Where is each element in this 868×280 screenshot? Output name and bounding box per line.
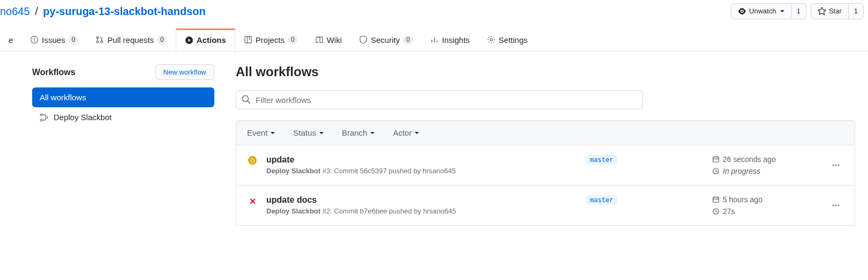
workflow-run-row[interactable]: update Deploy Slackbot #3: Commit 56c539… (236, 145, 855, 186)
issues-icon (30, 35, 39, 44)
tab-security-label: Security (371, 35, 400, 45)
svg-point-26 (835, 165, 837, 166)
search-icon (241, 94, 251, 104)
tab-issues[interactable]: Issues 0 (21, 28, 87, 51)
watch-count[interactable]: 1 (791, 3, 806, 19)
workflows-sidebar: Workflows New workflow All workflows Dep… (32, 64, 214, 226)
caret-down-icon (415, 132, 419, 134)
tab-insights-label: Insights (442, 35, 470, 45)
caret-down-icon (370, 132, 375, 134)
svg-line-19 (248, 101, 250, 104)
svg-rect-28 (713, 197, 719, 203)
run-duration: In progress (723, 167, 760, 175)
workflow-run-row[interactable]: ✕ update docs Deploy Slackbot #2: Commit… (236, 186, 855, 226)
calendar-icon (712, 196, 720, 203)
caret-down-icon (319, 132, 324, 134)
run-duration: 27s (723, 207, 735, 216)
workflow-icon (40, 113, 48, 122)
tab-actions-label: Actions (197, 35, 226, 45)
tab-wiki-label: Wiki (327, 35, 342, 45)
projects-icon (244, 35, 252, 44)
issues-count: 0 (69, 35, 79, 45)
tab-settings-label: Settings (499, 35, 528, 45)
repo-breadcrumb: no645 / py-suruga-13-slackbot-handson (0, 5, 206, 18)
sidebar-item-label: Deploy Slackbot (54, 113, 111, 122)
owner-link[interactable]: no645 (0, 5, 30, 17)
svg-point-0 (742, 11, 743, 12)
filter-workflows-input[interactable] (236, 90, 643, 109)
book-icon (315, 35, 324, 44)
sidebar-title: Workflows (32, 68, 76, 77)
svg-point-3 (34, 41, 35, 42)
repo-actions: Unwatch 1 Star 1 (731, 3, 868, 19)
svg-point-33 (833, 205, 834, 207)
repo-link[interactable]: py-suruga-13-slackbot-handson (43, 5, 205, 17)
svg-point-35 (838, 205, 840, 207)
star-count[interactable]: 1 (849, 3, 864, 19)
run-timestamp: 5 hours ago (723, 195, 762, 204)
tab-projects-label: Projects (256, 35, 285, 45)
tab-security[interactable]: Security 0 (350, 28, 422, 51)
filter-status[interactable]: Status (293, 128, 324, 137)
svg-point-15 (40, 114, 42, 116)
pulls-count: 0 (157, 35, 167, 45)
run-menu-button[interactable] (828, 161, 844, 170)
svg-point-14 (490, 39, 492, 41)
filter-workflows-wrapper (236, 90, 643, 109)
run-status-icon (247, 155, 258, 165)
svg-point-27 (838, 165, 840, 166)
svg-point-25 (833, 165, 834, 166)
runs-filter-row: Event Status Branch Actor (236, 121, 855, 145)
tab-pull-requests[interactable]: Pull requests 0 (87, 28, 175, 51)
new-workflow-button[interactable]: New workflow (155, 64, 214, 80)
svg-rect-20 (713, 157, 719, 163)
svg-point-4 (97, 36, 99, 39)
tab-code[interactable]: e (0, 28, 21, 51)
tab-projects[interactable]: Projects 0 (235, 28, 306, 51)
svg-point-18 (242, 95, 248, 101)
sidebar-item-deploy-slackbot[interactable]: Deploy Slackbot (32, 107, 214, 127)
svg-rect-8 (245, 36, 251, 43)
run-times: 26 seconds ago In progress (712, 155, 819, 175)
filter-actor[interactable]: Actor (393, 128, 419, 137)
graph-icon (430, 35, 439, 44)
workflow-runs-table: Event Status Branch Actor update (236, 120, 855, 226)
caret-down-icon (780, 10, 784, 12)
tab-code-label: e (9, 35, 13, 45)
status-fail-icon: ✕ (249, 196, 256, 207)
run-title: update docs (266, 195, 577, 205)
star-button[interactable]: Star (811, 3, 849, 19)
calendar-icon (712, 156, 720, 163)
run-timestamp: 26 seconds ago (723, 155, 776, 164)
run-status-icon: ✕ (247, 195, 258, 207)
unwatch-button[interactable]: Unwatch (731, 3, 791, 19)
run-times: 5 hours ago 27s (712, 195, 819, 216)
filter-event[interactable]: Event (247, 128, 275, 137)
tab-settings[interactable]: Settings (478, 28, 536, 51)
run-menu-button[interactable] (828, 201, 844, 210)
tab-actions[interactable]: Actions (176, 28, 235, 51)
clock-icon (712, 167, 720, 175)
caret-down-icon (271, 132, 275, 134)
projects-count: 0 (288, 35, 298, 45)
run-title: update (266, 155, 577, 165)
eye-icon (738, 7, 746, 16)
security-count: 0 (403, 35, 413, 45)
sidebar-item-label: All workflows (40, 93, 86, 102)
unwatch-label: Unwatch (749, 6, 776, 17)
filter-branch[interactable]: Branch (342, 128, 375, 137)
sidebar-item-all-workflows[interactable]: All workflows (32, 87, 214, 107)
page-title: All workflows (236, 64, 855, 79)
status-in-progress-icon (248, 156, 257, 165)
svg-point-5 (97, 41, 99, 43)
branch-tag[interactable]: master (586, 155, 617, 165)
clock-icon (712, 208, 720, 215)
svg-point-16 (40, 119, 42, 121)
tab-issues-label: Issues (42, 35, 65, 45)
tab-wiki[interactable]: Wiki (306, 28, 350, 51)
branch-tag[interactable]: master (586, 195, 617, 205)
repo-tabs: e Issues 0 Pull requests 0 Actions Proje… (0, 28, 868, 51)
tab-insights[interactable]: Insights (422, 28, 478, 51)
play-circle-icon (185, 36, 193, 45)
run-subtitle: Deploy Slackbot #2: Commit b7e6bee pushe… (266, 207, 577, 215)
